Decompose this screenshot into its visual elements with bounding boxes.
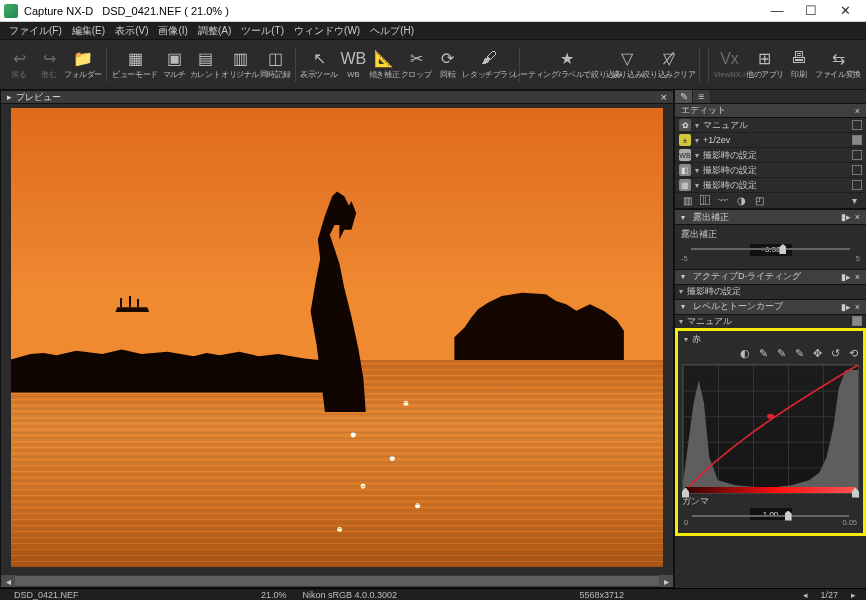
panel-close-icon[interactable]: ×: [855, 106, 860, 116]
tonecurve-graph[interactable]: [682, 364, 859, 494]
black-point-icon[interactable]: ✎: [757, 348, 769, 360]
brush-icon: 🖌: [480, 49, 498, 67]
funnel-clear-icon: ▽̸: [660, 49, 678, 67]
image-icon: ▤: [196, 49, 214, 67]
retouch-button[interactable]: 🖌レタッチブラシ: [463, 43, 515, 87]
current-button[interactable]: ▤カレント: [189, 43, 221, 87]
next-image-button[interactable]: ▸: [846, 590, 860, 600]
checkbox[interactable]: [852, 150, 862, 160]
checkbox[interactable]: [852, 165, 862, 175]
tonecurve-channel[interactable]: ▾ 赤: [680, 333, 861, 346]
section-close-icon[interactable]: ×: [855, 302, 860, 312]
auto-contrast-icon[interactable]: ◐: [739, 348, 751, 360]
prev-image-button[interactable]: ◂: [798, 590, 812, 600]
tilt-button[interactable]: 📐傾き補正: [368, 43, 400, 87]
edit-tabs: ✎ ≡: [675, 90, 866, 104]
histogram-icon[interactable]: ▥: [681, 195, 693, 207]
sync-button[interactable]: ◫同時記録: [259, 43, 291, 87]
nav-forward-button[interactable]: ↪進む: [34, 43, 64, 87]
checkbox[interactable]: [852, 180, 862, 190]
checkbox[interactable]: [852, 135, 862, 145]
adj-wb[interactable]: WB ▾ 撮影時の設定: [675, 148, 866, 163]
exposure-slider[interactable]: [681, 245, 860, 253]
multi-button[interactable]: ▣マルチ: [159, 43, 189, 87]
adj-preset[interactable]: ✿ ▾ マニュアル: [675, 118, 866, 133]
maximize-button[interactable]: ☐: [794, 1, 828, 21]
rotate-button[interactable]: ⟳回転: [432, 43, 462, 87]
menu-file[interactable]: ファイル(F): [4, 24, 67, 38]
menu-adjust[interactable]: 調整(A): [193, 24, 236, 38]
section-levels[interactable]: ▾ レベルとトーンカーブ ▮▸ ×: [675, 299, 866, 315]
menu-help[interactable]: ヘルプ(H): [365, 24, 419, 38]
chevron-down-icon: ▾: [695, 166, 699, 175]
adj-noisereduce[interactable]: ▦ ▾ 撮影時の設定: [675, 178, 866, 193]
print-button[interactable]: 🖶印刷: [784, 43, 814, 87]
viewnx-icon: Vx: [720, 50, 738, 68]
nav-back-button[interactable]: ↩戻る: [4, 43, 34, 87]
curves-icon[interactable]: 〰: [717, 195, 729, 207]
section-close-icon[interactable]: ×: [855, 212, 860, 222]
scroll-thumb[interactable]: [15, 576, 659, 586]
checkbox[interactable]: [852, 120, 862, 130]
display-tool-button[interactable]: ↖表示ツール: [300, 43, 338, 87]
tonecurve-toolbar: ◐ ✎ ✎ ✎ ✥ ↺ ⟲: [680, 346, 861, 364]
lch-icon[interactable]: ◑: [735, 195, 747, 207]
menu-window[interactable]: ウィンドウ(W): [289, 24, 365, 38]
picturecontrol-icon: ◧: [679, 164, 691, 176]
scroll-left-icon[interactable]: ◂: [1, 575, 15, 587]
levels-preset[interactable]: ▾ マニュアル: [675, 315, 866, 328]
preview-tab-label: プレビュー: [16, 91, 61, 104]
reset-curve-icon[interactable]: ↺: [829, 348, 841, 360]
scroll-right-icon[interactable]: ▸: [659, 575, 673, 587]
reset-all-icon[interactable]: ⟲: [847, 348, 859, 360]
pin-icon[interactable]: ▮▸: [841, 272, 851, 282]
preview-hscroll[interactable]: ◂ ▸: [1, 575, 673, 587]
status-profile: Nikon sRGB 4.0.0.3002: [295, 590, 406, 600]
convert-button[interactable]: ⇆ファイル変換: [814, 43, 862, 87]
section-exposure[interactable]: ▾ 露出補正 ▮▸ ×: [675, 209, 866, 225]
rating-filter-button[interactable]: ★レーティング/ラベルで絞り込み: [523, 43, 611, 87]
other-app-button[interactable]: ⊞他のアプリ: [746, 43, 784, 87]
close-button[interactable]: ✕: [828, 1, 862, 21]
minimize-button[interactable]: —: [760, 1, 794, 21]
tab-edit[interactable]: ✎: [675, 90, 693, 103]
tab-meta[interactable]: ≡: [693, 90, 711, 103]
preview-panel: ▸ プレビュー × ◂ ▸: [0, 90, 674, 588]
white-point-icon[interactable]: ✎: [793, 348, 805, 360]
checkbox[interactable]: [852, 316, 862, 326]
menu-image[interactable]: 画像(I): [153, 24, 192, 38]
toolbar: ↩戻る ↪進む 📁フォルダー ▦ビューモード ▣マルチ ▤カレント ▥オリジナル…: [0, 40, 866, 90]
chevron-down-icon: ▾: [695, 136, 699, 145]
filter-button[interactable]: ▽絞り込み: [611, 43, 643, 87]
menu-view[interactable]: 表示(V): [110, 24, 153, 38]
crop-icon[interactable]: ◰: [753, 195, 765, 207]
menu-tool[interactable]: ツール(T): [236, 24, 289, 38]
viewnx-button[interactable]: VxViewNX-i: [713, 43, 746, 87]
compare-icon: ▥: [231, 49, 249, 67]
collapse-icon: ▾: [681, 272, 689, 281]
gray-point-icon[interactable]: ✎: [775, 348, 787, 360]
pin-icon[interactable]: ▮▸: [841, 302, 851, 312]
original-button[interactable]: ▥オリジナル: [221, 43, 259, 87]
preview-canvas[interactable]: ◂ ▸: [0, 104, 674, 588]
folder-button[interactable]: 📁フォルダー: [64, 43, 102, 87]
wb-tool-button[interactable]: WBWB: [338, 43, 368, 87]
filter-clear-button[interactable]: ▽̸絞り込みクリア: [643, 43, 695, 87]
adj-exposure[interactable]: ± ▾ +1/2ev: [675, 133, 866, 148]
adl-value[interactable]: ▾ 撮影時の設定: [675, 285, 866, 299]
section-close-icon[interactable]: ×: [855, 272, 860, 282]
preview-header[interactable]: ▸ プレビュー ×: [0, 90, 674, 104]
preview-close-icon[interactable]: ×: [661, 91, 667, 103]
section-adl[interactable]: ▾ アクティブD-ライティング ▮▸ ×: [675, 269, 866, 285]
pin-icon[interactable]: ▮▸: [841, 212, 851, 222]
wb-icon: WB: [679, 149, 691, 161]
crop-button[interactable]: ✂クロップ: [400, 43, 432, 87]
add-anchor-icon[interactable]: ✥: [811, 348, 823, 360]
menu-edit[interactable]: 編集(E): [67, 24, 110, 38]
levels-icon[interactable]: ⿲: [699, 195, 711, 207]
gamma-slider[interactable]: [682, 512, 859, 520]
viewmode-button[interactable]: ▦ビューモード: [111, 43, 159, 87]
adj-picture-control[interactable]: ◧ ▾ 撮影時の設定: [675, 163, 866, 178]
edit-panel-title: エディット ×: [675, 104, 866, 118]
more-icon[interactable]: ▾: [848, 195, 860, 207]
